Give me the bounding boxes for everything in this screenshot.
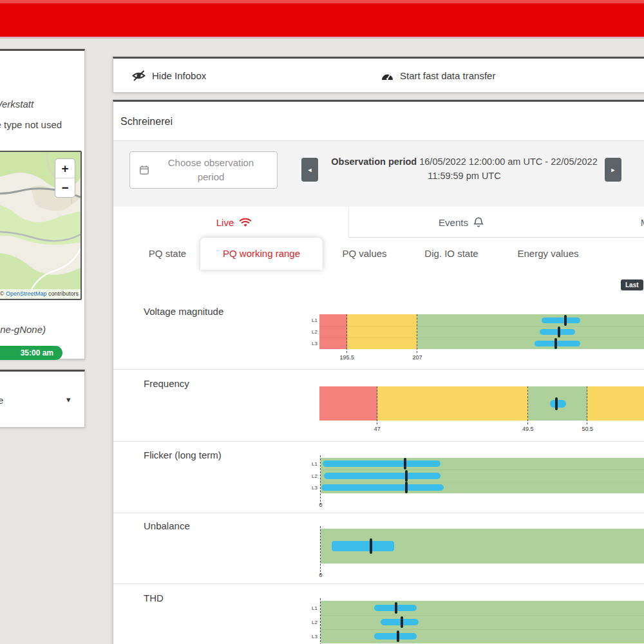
divider (113, 583, 644, 584)
gauge-tick-line (320, 526, 321, 575)
observation-period-value: 16/05/2022 12:00:00 am UTC - 22/05/2022 … (419, 156, 598, 181)
gauge-range-bar (381, 619, 419, 625)
gauge-row-separator (319, 629, 644, 630)
gauge-median-tick (370, 538, 372, 554)
subtab-pq-state[interactable]: PQ state (149, 238, 186, 270)
tab-live-label: Live (216, 217, 234, 228)
gauge-tick-line (377, 386, 377, 424)
gauge-row-separator (319, 469, 644, 470)
sidebar-dropdown-card: e ▾ (0, 370, 85, 428)
gauge-median-tick (405, 470, 408, 482)
gauge-zone-green (417, 314, 644, 349)
gauge-zone-yellow (587, 386, 644, 421)
wifi-icon (239, 218, 252, 227)
subtab-pq-working-range[interactable]: PQ working range (200, 238, 323, 270)
gauge-tick-label: 195.5 (340, 354, 355, 361)
gauge-range-bar (321, 484, 444, 491)
map-attribution-link[interactable]: OpenStreetMap (6, 290, 47, 297)
gauge-tick-line (527, 386, 528, 424)
map-zoom-out-button[interactable]: − (55, 178, 75, 197)
tab-events[interactable]: Events (348, 207, 574, 238)
arrow-right-icon: ► (611, 167, 616, 173)
gauge-median-tick (405, 482, 408, 493)
gauge-label-thd: THD (144, 592, 164, 603)
calendar-icon (139, 165, 149, 175)
gauge-range-bar (535, 341, 580, 346)
choose-observation-period-label: Choose observation period (154, 156, 268, 184)
gauge-median-tick (558, 327, 560, 337)
gauge-label-unbalance: Unbalance (144, 520, 190, 531)
subtab-dig-io-state[interactable]: Dig. IO state (424, 238, 478, 270)
gauge-median-tick (401, 616, 403, 628)
gauge-median-tick (555, 397, 558, 410)
gauge-median-tick (554, 338, 557, 349)
sidebar-dropdown-label: e (0, 395, 3, 406)
gauge-median-tick (564, 315, 567, 326)
map-zoom-in-button[interactable]: + (55, 159, 75, 178)
tab-live[interactable]: Live (120, 207, 349, 238)
gauge-flicker: 0L1L2L3 (319, 458, 644, 493)
gauge-zone-green (321, 601, 644, 643)
time-badge: 35:00 am (0, 346, 62, 360)
choose-observation-period-button[interactable]: Choose observation period (129, 151, 278, 189)
previous-period-button[interactable]: ◄ (301, 158, 318, 182)
gauge-phase-label: L3 (312, 341, 319, 346)
gauge-phase-label: L3 (312, 484, 319, 490)
gauge-zone-red (319, 386, 377, 421)
subtab-pq-values[interactable]: PQ values (342, 238, 386, 270)
gauge-voltage-magnitude: 195.5207L1L2L3 (319, 314, 644, 349)
gauge-tick-line (587, 386, 587, 424)
gauge-range-bar (323, 460, 440, 467)
gauge-tick-label: 0 (319, 502, 323, 508)
tab-measurements-label: M (641, 217, 644, 228)
divider (113, 369, 644, 370)
top-brand-bar (0, 0, 644, 37)
divider (113, 441, 644, 442)
gauge-label-voltage-magnitude: Voltage magnitude (144, 306, 223, 317)
pq-subtabs: PQ state PQ working range PQ values Dig.… (113, 238, 644, 270)
gauge-row-separator (319, 326, 644, 327)
group-label: (None-gNone) (0, 324, 46, 335)
gauge-median-tick (404, 458, 406, 469)
observation-period-bar: Choose observation period ◄ Observation … (113, 141, 644, 207)
gauge-phase-label: L2 (312, 329, 319, 335)
last-period-badge[interactable]: Last (621, 279, 643, 290)
gauge-frequency: 4749.550.5 (319, 386, 644, 421)
gauge-phase-label: L1 (312, 605, 319, 611)
map[interactable]: + − © OpenStreetMap contributors (0, 151, 82, 300)
subtab-energy-values[interactable]: Energy values (517, 238, 578, 270)
gauge-range-bar (374, 633, 417, 639)
gauge-range-bar (550, 400, 566, 408)
fast-data-transfer-button[interactable]: Start fast data transfer (381, 59, 495, 92)
gauge-label-frequency: Frequency (144, 378, 189, 389)
gauge-zone-red (319, 314, 347, 349)
gauge-row-separator (319, 615, 644, 616)
gauge-median-tick (395, 602, 397, 614)
gauge-tick-line (320, 598, 321, 644)
gauge-tick-line (417, 314, 417, 353)
map-attribution-suffix: contributors (46, 290, 79, 297)
gauge-tick-label: 207 (412, 354, 422, 361)
gauge-tick-label: 0 (319, 572, 323, 578)
gauge-zone-yellow (377, 386, 528, 421)
map-zoom-control: + − (55, 158, 75, 198)
gauge-thd: 0L1L2L3 (319, 601, 644, 643)
observation-period-label: Observation period (331, 156, 417, 167)
gauge-range-bar (542, 317, 580, 323)
tab-measurements[interactable]: M (632, 207, 644, 238)
gauge-range-bar (324, 473, 440, 479)
gauge-phase-label: L1 (312, 461, 319, 467)
location-name: Werkstatt (0, 99, 33, 109)
next-period-button[interactable]: ► (605, 158, 621, 182)
gauge-tick-line (320, 455, 321, 505)
eye-slash-icon (131, 70, 146, 82)
chevron-down-icon[interactable]: ▾ (66, 395, 71, 404)
gauge-median-tick (397, 630, 399, 642)
device-note: Device type not used (0, 119, 62, 130)
main-panel: Schreinerei Choose observation period ◄ … (113, 100, 644, 644)
gauge-label-flicker: Flicker (long term) (144, 450, 222, 460)
gauge-phase-label: L1 (312, 317, 319, 323)
hide-infobox-label: Hide Infobox (152, 70, 206, 81)
hide-infobox-button[interactable]: Hide Infobox (131, 59, 206, 92)
gauge-unbalance: 0 (319, 529, 644, 564)
